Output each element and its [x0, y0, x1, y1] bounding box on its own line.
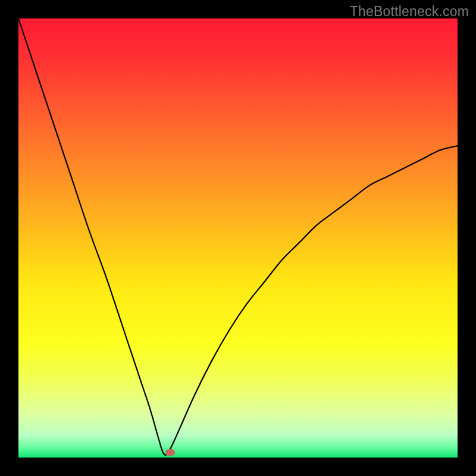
optimum-marker	[165, 449, 175, 456]
bottleneck-curve	[18, 18, 458, 458]
watermark-text: TheBottleneck.com	[350, 4, 469, 20]
chart-frame: TheBottleneck.com	[0, 0, 476, 476]
plot-area	[18, 18, 458, 458]
